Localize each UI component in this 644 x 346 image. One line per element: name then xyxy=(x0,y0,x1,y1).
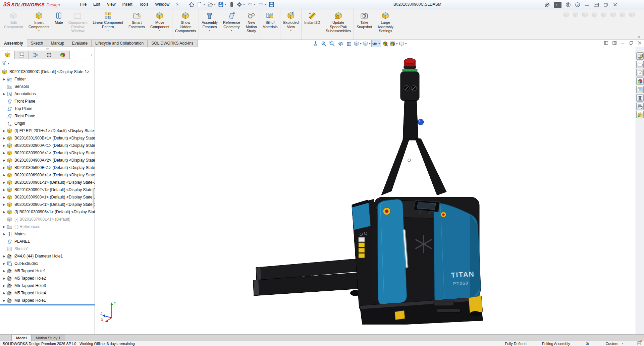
tree-item-annotations[interactable]: ▶AAnnotations xyxy=(0,90,95,98)
tab-solidworks-add-ins[interactable]: SOLIDWORKS Add-Ins xyxy=(147,40,197,47)
apply-scene-icon[interactable]: ▼ xyxy=(389,40,398,48)
ribbon-update-speedpak-button[interactable]: UpdateSpeedPakSubassemblies xyxy=(323,9,354,39)
command-console-icon[interactable]: >_ xyxy=(554,2,561,8)
manager-tab-displaymanager[interactable] xyxy=(56,51,70,59)
configuration-selector[interactable]: Custom xyxy=(605,342,618,346)
tree-item-m5-tapped-hole4[interactable]: ▶M5 Tapped Hole4 xyxy=(0,289,95,297)
notes-icon[interactable] xyxy=(637,341,641,346)
custom-properties-icon[interactable] xyxy=(636,86,644,93)
flyout-arrow[interactable]: › xyxy=(91,53,93,57)
dropdown-caret[interactable]: ▼ xyxy=(107,29,109,32)
dropdown-caret[interactable]: ▼ xyxy=(243,3,245,6)
ribbon-mate-button[interactable]: Mate xyxy=(52,9,65,39)
expand-arrow[interactable]: ▶ xyxy=(2,78,7,81)
tree-item-b02010300900c-default-display-state-1-[interactable]: B02010300900C (Default) <Display State-1… xyxy=(0,68,95,75)
tree-item--f-b02010300906-1-default-display-stat[interactable]: ▶(f) B02010300906<1> (Default) <Display … xyxy=(0,208,95,216)
license-status-icon[interactable] xyxy=(228,1,235,9)
settings-icon[interactable]: ▼ xyxy=(235,1,246,9)
tree-item-m5-tapped-hole2[interactable]: ▶M5 Tapped Hole2 xyxy=(0,275,95,282)
ribbon-show-hidden-button[interactable]: ShowHiddenComponents xyxy=(172,9,199,39)
tab-sketch[interactable]: Sketch xyxy=(27,40,47,47)
ribbon-insert-components-button[interactable]: InsertComponents▼ xyxy=(26,9,52,39)
expand-arrow[interactable]: ▶ xyxy=(2,188,7,191)
tree-item-origin[interactable]: Origin xyxy=(0,120,95,127)
filter-dropdown-caret[interactable]: ▼ xyxy=(7,62,10,65)
tree-item-cut-extrude1[interactable]: ▶Cut-Extrude1 xyxy=(0,260,95,267)
expand-arrow[interactable]: ▶ xyxy=(2,174,7,177)
tree-item-b02010300905-1-default-display-state-1[interactable]: ▶B02010300905<1> (Default) <Display Stat… xyxy=(0,201,95,208)
save-icon[interactable]: ▼ xyxy=(217,1,228,9)
restore-icon[interactable] xyxy=(603,2,608,7)
dropdown-caret[interactable]: ▼ xyxy=(224,3,227,6)
expand-arrow[interactable]: ▶ xyxy=(2,203,7,206)
performance-monitor-icon[interactable] xyxy=(585,341,590,346)
magnified-selection-icon[interactable] xyxy=(328,40,336,48)
solidworks-resources-icon[interactable] xyxy=(636,52,644,60)
collapse-ribbon-button[interactable]: ˄ xyxy=(638,35,640,39)
expand-arrow[interactable]: ▶ xyxy=(2,129,7,132)
view-settings-icon[interactable]: ▼ xyxy=(398,40,408,48)
display-style-icon[interactable]: ▼ xyxy=(362,40,371,48)
ribbon-take-snapshot-button[interactable]: TakeSnapshot xyxy=(354,9,375,39)
redo-icon[interactable]: ▼ xyxy=(257,1,268,9)
tree-item-b02010302900a-1-default-display-state[interactable]: ▶B02010302900A<1> (Default) <Display Sta… xyxy=(0,142,95,149)
tree-item-folder[interactable]: ▶Folder xyxy=(0,75,95,83)
zoom-to-area-icon[interactable] xyxy=(320,40,328,48)
ribbon-move-component-button[interactable]: MoveComponent▼ xyxy=(148,9,172,39)
dropdown-caret[interactable]: ▼ xyxy=(159,29,161,32)
tree-item-sensors[interactable]: Sensors xyxy=(0,83,95,90)
doc-minimize-icon[interactable] xyxy=(621,41,625,46)
tree-item-m5-tapped-hole1[interactable]: ▶M5 Tapped Hole1 xyxy=(0,267,95,275)
tree-item--44-0-44-diameter-hole1[interactable]: ▶Ø44.0 (44) Diameter Hole1 xyxy=(0,252,95,260)
tree-item-b02010306900a-1-default-display-state[interactable]: ▶B02010306900A<1> (Default) <Display Sta… xyxy=(0,171,95,179)
dropdown-caret[interactable]: ▼ xyxy=(290,29,292,32)
tree-item-sketch1[interactable]: Sketch1 xyxy=(0,245,95,252)
expand-arrow[interactable]: ▶ xyxy=(2,277,7,280)
doc-restore-icon[interactable] xyxy=(629,41,634,46)
home-icon[interactable] xyxy=(188,1,196,9)
expand-arrow[interactable]: ▶ xyxy=(2,166,7,169)
expand-arrow[interactable]: ▶ xyxy=(2,299,7,302)
manager-tab-configurationmanager[interactable] xyxy=(28,51,42,59)
dropdown-caret[interactable]: ▼ xyxy=(405,43,407,45)
tree-item-b02010300903-1-default-display-state-1[interactable]: ▶B02010300903<1> (Default) <Display Stat… xyxy=(0,193,95,201)
reuse-components-icon[interactable] xyxy=(636,111,644,118)
graphics-viewport[interactable]: TITAN PT250 Y Z X xyxy=(95,47,636,334)
open-icon[interactable]: ▼ xyxy=(206,1,217,9)
tree-item-mates[interactable]: ▶Mates xyxy=(0,230,95,238)
view-palette-icon[interactable] xyxy=(636,69,644,76)
hide-show-items-icon[interactable]: ▼ xyxy=(371,40,381,48)
expand-arrow[interactable]: ▶ xyxy=(2,196,7,199)
ribbon-linear-pattern-button[interactable]: Linear ComponentPattern▼ xyxy=(90,9,126,39)
dropdown-caret[interactable]: ▼ xyxy=(209,29,211,32)
filter-icon[interactable] xyxy=(1,60,7,67)
tree-item-b02010300902-1-default-display-state-1[interactable]: ▶B02010300902<1> (Default) <Display Stat… xyxy=(0,186,95,193)
view-orientation-icon[interactable]: ▼ xyxy=(353,40,362,48)
ribbon-large-assembly-settings-button[interactable]: LargeAssemblySettings xyxy=(375,9,396,39)
help-icon[interactable]: ? xyxy=(575,2,580,7)
tab-lifecycle-and-collaboration[interactable]: Lifecycle and Collaboration xyxy=(91,40,148,47)
undo-icon[interactable]: ▼ xyxy=(246,1,257,9)
expand-arrow[interactable]: ▶ xyxy=(2,262,7,265)
expand-arrow[interactable]: ▶ xyxy=(2,270,7,273)
menu-tools[interactable]: Tools xyxy=(136,0,152,9)
expand-arrow[interactable]: ▶ xyxy=(2,255,7,258)
dropdown-caret[interactable]: ▼ xyxy=(214,3,216,6)
expand-arrow[interactable]: ▶ xyxy=(2,284,7,287)
manager-tab-dimxpertmanager[interactable] xyxy=(42,51,56,59)
dropdown-caret[interactable]: ▼ xyxy=(396,43,398,45)
tab-markup[interactable]: Markup xyxy=(47,40,68,47)
pin-menu-icon[interactable]: ✈ xyxy=(174,1,180,8)
menu-view[interactable]: View xyxy=(104,0,119,9)
tree-item-b02010305900b-1-default-display-state-[interactable]: ▶B02010305900B<1> (Default) <Display Sta… xyxy=(0,164,95,171)
tree-item-b02010303900a-1-default-display-state[interactable]: ▶B02010303900A<1> (Default) <Display Sta… xyxy=(0,149,95,157)
ribbon-assembly-features-button[interactable]: AssemblyFeatures▼ xyxy=(199,9,220,39)
section-view-icon[interactable] xyxy=(345,40,353,48)
ribbon-smart-fasteners-button[interactable]: SmartFasteners xyxy=(126,9,148,39)
tree-item-right-plane[interactable]: Right Plane xyxy=(0,112,95,120)
tab-assembly[interactable]: Assembly xyxy=(0,39,27,47)
tile-right-icon[interactable] xyxy=(612,41,617,46)
tree-scrollbar-thumb[interactable] xyxy=(93,188,94,209)
design-library-icon[interactable] xyxy=(636,61,644,68)
ribbon-instant3d-button[interactable]: Instant3D xyxy=(302,9,323,39)
